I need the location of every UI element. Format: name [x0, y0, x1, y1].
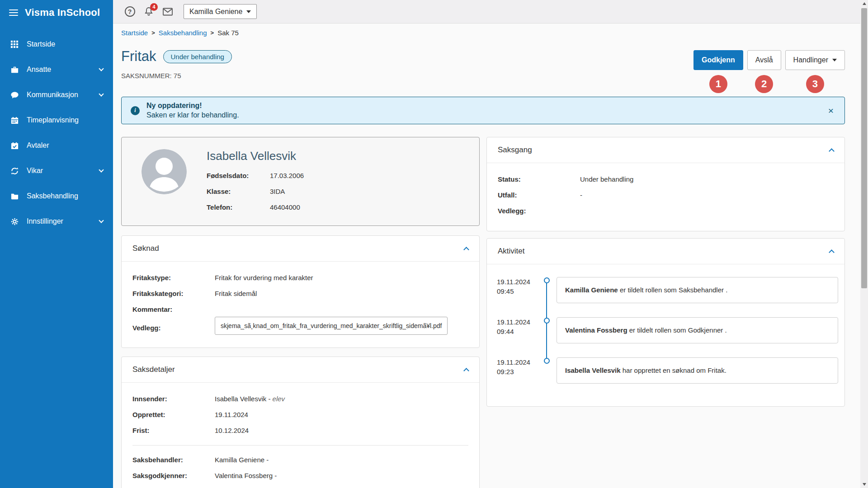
divider	[132, 445, 468, 446]
breadcrumb-startside[interactable]: Startside	[121, 29, 148, 37]
field-label: Kommentar:	[132, 305, 215, 314]
role-suffix: elev	[273, 395, 285, 403]
sidebar-item-vikar[interactable]: Vikar	[0, 158, 113, 183]
field-label: Utfall:	[498, 191, 580, 200]
breadcrumb-separator-icon: >	[151, 29, 155, 36]
step-marker-3: 3	[806, 75, 824, 93]
activity-actor: Kamilla Geniene	[565, 286, 618, 294]
grid-icon	[10, 40, 19, 49]
scroll-up-arrow-icon[interactable]	[860, 0, 868, 7]
soknad-card: Søknad Fritakstype:Fritak for vurdering …	[121, 235, 480, 348]
section-title: Saksgang	[498, 145, 532, 155]
sidebar-item-timeplanvisning[interactable]: Timeplanvisning	[0, 108, 113, 133]
breadcrumb: Startside > Saksbehandling > Sak 75	[121, 29, 845, 37]
field-label: Innsender:	[132, 394, 215, 404]
page-title: Fritak	[121, 48, 156, 65]
sidebar-item-label: Vikar	[27, 167, 43, 175]
field-value: Under behandling	[580, 175, 633, 184]
sidebar-item-label: Startside	[27, 40, 55, 48]
scrollbar-thumb[interactable]	[861, 8, 867, 288]
student-card: Isabella Vellesvik Fødselsdato:17.03.200…	[121, 137, 480, 226]
field-value: Isabella Vellesvik - elev	[215, 394, 285, 404]
field-value: Fritak for vurdering med karakter	[215, 273, 313, 282]
sidebar-header: Visma InSchool	[0, 0, 113, 25]
user-menu-button[interactable]: Kamilla Geniene	[184, 4, 257, 19]
breadcrumb-current: Sak 75	[217, 29, 239, 37]
caret-down-icon	[246, 10, 251, 13]
collapse-icon[interactable]	[829, 249, 835, 255]
approve-button[interactable]: Godkjenn	[693, 50, 743, 70]
calendar-check-icon	[10, 141, 19, 150]
folder-icon	[10, 192, 19, 201]
sidebar-item-label: Timeplanvisning	[27, 116, 79, 124]
actions-dropdown-label: Handlinger	[793, 56, 828, 64]
activity-message: Valentina Fossberg er tildelt rollen som…	[557, 317, 838, 343]
caret-down-icon	[832, 59, 837, 61]
field-value: 3IDA	[270, 187, 285, 196]
collapse-icon[interactable]	[463, 368, 469, 374]
close-icon[interactable]: ×	[826, 104, 835, 117]
alert-title: Ny oppdatering!	[146, 101, 239, 111]
timeline-node-icon	[544, 358, 550, 364]
sidebar-item-label: Saksbehandling	[27, 192, 78, 200]
field-value: 19.11.2024	[215, 410, 248, 419]
field-label: Fritakstype:	[132, 273, 215, 282]
activity-message: Kamilla Geniene er tildelt rollen som Sa…	[557, 277, 838, 303]
gear-icon	[10, 217, 19, 226]
field-value: Kamilla Geniene -	[215, 455, 269, 465]
topbar: ? 4 Kamilla Geniene	[113, 0, 868, 23]
right-column: Saksgang Status:Under behandling Utfall:…	[486, 137, 845, 415]
notification-count-badge: 4	[150, 3, 158, 11]
field-label: Frist:	[132, 426, 215, 435]
field-label: Fødselsdato:	[207, 171, 270, 180]
briefcase-icon	[10, 65, 19, 74]
collapse-icon[interactable]	[463, 247, 469, 253]
field-label: Vedlegg:	[132, 324, 215, 333]
field-label: Opprettet:	[132, 410, 215, 419]
saksdetaljer-card: Saksdetaljer Innsender: Isabella Vellesv…	[121, 357, 480, 488]
app-logo: Visma InSchool	[25, 7, 100, 19]
activity-actor: Isabella Vellesvik	[565, 366, 621, 374]
student-name: Isabella Vellesvik	[207, 149, 304, 163]
reject-button[interactable]: Avslå	[747, 50, 781, 70]
actions-dropdown-button[interactable]: Handlinger	[785, 50, 845, 70]
left-column: Isabella Vellesvik Fødselsdato:17.03.200…	[121, 137, 480, 488]
status-badge: Under behandling	[163, 50, 232, 63]
field-value: 46404000	[270, 203, 300, 212]
field-value: 17.03.2006	[270, 171, 304, 180]
hamburger-menu-icon[interactable]	[9, 8, 18, 18]
sidebar-item-kommunikasjon[interactable]: Kommunikasjon	[0, 82, 113, 108]
activity-actor: Valentina Fossberg	[565, 326, 627, 334]
sidebar-item-startside[interactable]: Startside	[0, 32, 113, 57]
help-button[interactable]: ?	[124, 6, 136, 18]
activity-entry: 19.11.202409:45 Kamilla Geniene er tilde…	[497, 277, 838, 303]
chat-bubble-icon	[10, 90, 19, 99]
action-buttons: Godkjenn 1 Avslå 2 Handlinger 3	[693, 50, 845, 93]
update-alert: i Ny oppdatering! Saken er klar for beha…	[121, 97, 845, 124]
vertical-scrollbar[interactable]	[860, 0, 868, 488]
sidebar-item-label: Ansatte	[27, 66, 51, 74]
field-label: Vedlegg:	[498, 206, 580, 216]
section-title: Søknad	[132, 244, 159, 253]
attachment-file[interactable]: skjema_sã¸knad_om_fritak_fra_vurdering_m…	[215, 317, 448, 335]
messages-button[interactable]	[162, 6, 174, 18]
sync-icon	[10, 166, 19, 175]
sidebar-item-saksbehandling[interactable]: Saksbehandling	[0, 183, 113, 209]
sidebar-item-innstillinger[interactable]: Innstillinger	[0, 209, 113, 234]
activity-date: 19.11.2024	[497, 317, 537, 327]
field-label: Status:	[498, 175, 580, 184]
sidebar-item-ansatte[interactable]: Ansatte	[0, 57, 113, 82]
field-value: Fritak sidemål	[215, 289, 257, 298]
page-header: Fritak Under behandling SAKSNUMMER: 75 G…	[121, 48, 845, 80]
activity-entry: 19.11.202409:44 Valentina Fossberg er ti…	[497, 317, 838, 343]
sidebar-item-avtaler[interactable]: Avtaler	[0, 133, 113, 158]
saksgang-card: Saksgang Status:Under behandling Utfall:…	[486, 137, 845, 231]
field-value: 10.12.2024	[215, 426, 249, 435]
scroll-down-arrow-icon[interactable]	[860, 481, 868, 488]
notifications-button[interactable]: 4	[143, 6, 155, 18]
timeline-node-icon	[544, 318, 550, 324]
avatar	[142, 149, 187, 194]
collapse-icon[interactable]	[829, 148, 835, 154]
breadcrumb-saksbehandling[interactable]: Saksbehandling	[159, 29, 207, 37]
activity-time: 09:45	[497, 286, 537, 296]
